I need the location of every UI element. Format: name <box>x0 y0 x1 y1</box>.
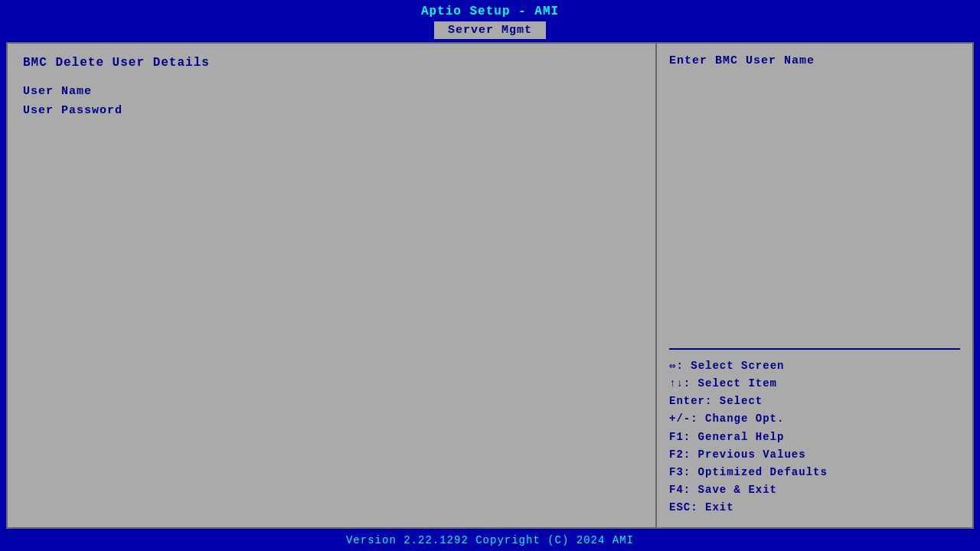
help-title: Enter BMC User Name <box>669 54 960 67</box>
section-title: BMC Delete User Details <box>23 56 640 70</box>
left-panel: BMC Delete User Details User Name User P… <box>8 44 657 527</box>
footer-text: Version 2.22.1292 Copyright (C) 2024 AMI <box>346 534 634 546</box>
key-hint-5: F2: Previous Values <box>669 446 960 464</box>
key-hint-8: ESC: Exit <box>669 499 960 517</box>
key-hint-7: F4: Save & Exit <box>669 481 960 499</box>
menu-item-password[interactable]: User Password <box>23 103 640 119</box>
divider <box>669 348 960 350</box>
app: Aptio Setup - AMI Server Mgmt BMC Delete… <box>0 0 980 551</box>
tab-bar: Server Mgmt <box>0 21 980 42</box>
title-bar: Aptio Setup - AMI <box>0 0 980 21</box>
title-text: Aptio Setup - AMI <box>421 5 559 18</box>
key-hint-1: ↑↓: Select Item <box>669 375 960 393</box>
key-hint-3: +/-: Change Opt. <box>669 410 960 428</box>
right-panel: Enter BMC User Name ⇔: Select Screen ↑↓:… <box>657 44 972 527</box>
menu-item-username[interactable]: User Name <box>23 83 640 99</box>
key-hint-0: ⇔: Select Screen <box>669 357 960 375</box>
key-hint-2: Enter: Select <box>669 393 960 410</box>
key-hint-6: F3: Optimized Defaults <box>669 464 960 481</box>
help-text-area: Enter BMC User Name <box>669 54 960 342</box>
key-hints-list: ⇔: Select Screen ↑↓: Select Item Enter: … <box>669 357 960 517</box>
key-hint-4: F1: General Help <box>669 429 960 446</box>
footer: Version 2.22.1292 Copyright (C) 2024 AMI <box>0 529 980 551</box>
tab-server-mgmt[interactable]: Server Mgmt <box>434 21 546 39</box>
main-content: BMC Delete User Details User Name User P… <box>6 42 974 529</box>
